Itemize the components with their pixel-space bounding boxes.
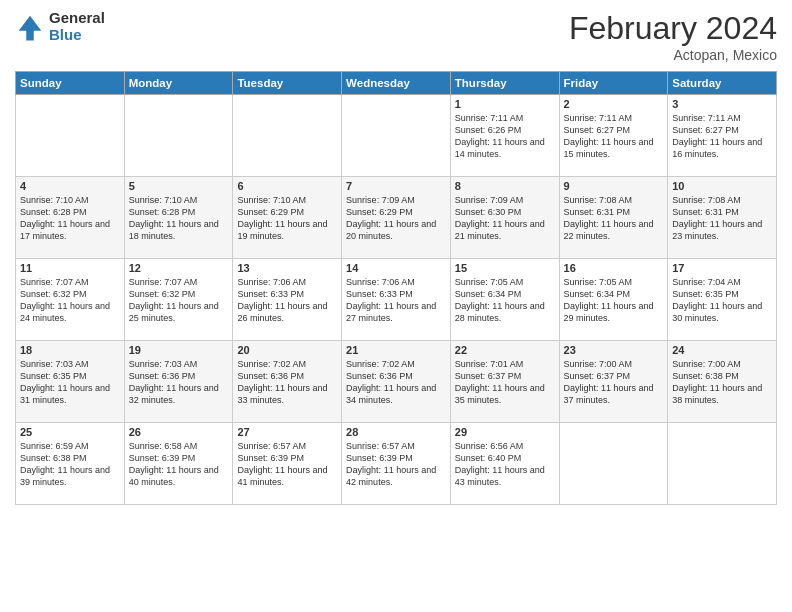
day-cell-27: 27Sunrise: 6:57 AM Sunset: 6:39 PM Dayli… xyxy=(233,423,342,505)
header: General Blue February 2024 Actopan, Mexi… xyxy=(15,10,777,63)
day-info: Sunrise: 7:00 AM Sunset: 6:37 PM Dayligh… xyxy=(564,358,664,407)
day-cell-12: 12Sunrise: 7:07 AM Sunset: 6:32 PM Dayli… xyxy=(124,259,233,341)
day-number: 12 xyxy=(129,262,229,274)
day-cell-17: 17Sunrise: 7:04 AM Sunset: 6:35 PM Dayli… xyxy=(668,259,777,341)
day-info: Sunrise: 7:08 AM Sunset: 6:31 PM Dayligh… xyxy=(672,194,772,243)
logo-icon xyxy=(15,12,45,42)
day-cell-19: 19Sunrise: 7:03 AM Sunset: 6:36 PM Dayli… xyxy=(124,341,233,423)
day-cell-18: 18Sunrise: 7:03 AM Sunset: 6:35 PM Dayli… xyxy=(16,341,125,423)
week-row-3: 11Sunrise: 7:07 AM Sunset: 6:32 PM Dayli… xyxy=(16,259,777,341)
day-info: Sunrise: 7:10 AM Sunset: 6:28 PM Dayligh… xyxy=(20,194,120,243)
empty-cell xyxy=(559,423,668,505)
day-info: Sunrise: 6:56 AM Sunset: 6:40 PM Dayligh… xyxy=(455,440,555,489)
day-info: Sunrise: 7:05 AM Sunset: 6:34 PM Dayligh… xyxy=(455,276,555,325)
calendar-subtitle: Actopan, Mexico xyxy=(569,47,777,63)
day-header-monday: Monday xyxy=(124,72,233,95)
day-cell-21: 21Sunrise: 7:02 AM Sunset: 6:36 PM Dayli… xyxy=(342,341,451,423)
day-number: 6 xyxy=(237,180,337,192)
day-number: 13 xyxy=(237,262,337,274)
day-info: Sunrise: 7:08 AM Sunset: 6:31 PM Dayligh… xyxy=(564,194,664,243)
day-info: Sunrise: 7:03 AM Sunset: 6:36 PM Dayligh… xyxy=(129,358,229,407)
day-number: 1 xyxy=(455,98,555,110)
day-cell-9: 9Sunrise: 7:08 AM Sunset: 6:31 PM Daylig… xyxy=(559,177,668,259)
week-row-4: 18Sunrise: 7:03 AM Sunset: 6:35 PM Dayli… xyxy=(16,341,777,423)
day-number: 29 xyxy=(455,426,555,438)
day-cell-23: 23Sunrise: 7:00 AM Sunset: 6:37 PM Dayli… xyxy=(559,341,668,423)
day-number: 20 xyxy=(237,344,337,356)
day-cell-26: 26Sunrise: 6:58 AM Sunset: 6:39 PM Dayli… xyxy=(124,423,233,505)
day-number: 11 xyxy=(20,262,120,274)
day-cell-4: 4Sunrise: 7:10 AM Sunset: 6:28 PM Daylig… xyxy=(16,177,125,259)
day-number: 4 xyxy=(20,180,120,192)
day-info: Sunrise: 7:04 AM Sunset: 6:35 PM Dayligh… xyxy=(672,276,772,325)
day-number: 26 xyxy=(129,426,229,438)
day-cell-29: 29Sunrise: 6:56 AM Sunset: 6:40 PM Dayli… xyxy=(450,423,559,505)
week-row-1: 1Sunrise: 7:11 AM Sunset: 6:26 PM Daylig… xyxy=(16,95,777,177)
day-info: Sunrise: 7:03 AM Sunset: 6:35 PM Dayligh… xyxy=(20,358,120,407)
calendar-table: SundayMondayTuesdayWednesdayThursdayFrid… xyxy=(15,71,777,505)
day-header-sunday: Sunday xyxy=(16,72,125,95)
day-cell-20: 20Sunrise: 7:02 AM Sunset: 6:36 PM Dayli… xyxy=(233,341,342,423)
day-number: 28 xyxy=(346,426,446,438)
day-cell-14: 14Sunrise: 7:06 AM Sunset: 6:33 PM Dayli… xyxy=(342,259,451,341)
day-cell-2: 2Sunrise: 7:11 AM Sunset: 6:27 PM Daylig… xyxy=(559,95,668,177)
day-number: 3 xyxy=(672,98,772,110)
day-info: Sunrise: 7:05 AM Sunset: 6:34 PM Dayligh… xyxy=(564,276,664,325)
logo: General Blue xyxy=(15,10,105,43)
day-cell-1: 1Sunrise: 7:11 AM Sunset: 6:26 PM Daylig… xyxy=(450,95,559,177)
empty-cell xyxy=(124,95,233,177)
day-cell-16: 16Sunrise: 7:05 AM Sunset: 6:34 PM Dayli… xyxy=(559,259,668,341)
day-header-thursday: Thursday xyxy=(450,72,559,95)
day-cell-22: 22Sunrise: 7:01 AM Sunset: 6:37 PM Dayli… xyxy=(450,341,559,423)
calendar-title: February 2024 xyxy=(569,10,777,47)
day-cell-11: 11Sunrise: 7:07 AM Sunset: 6:32 PM Dayli… xyxy=(16,259,125,341)
day-header-tuesday: Tuesday xyxy=(233,72,342,95)
svg-marker-0 xyxy=(19,15,42,40)
page: General Blue February 2024 Actopan, Mexi… xyxy=(0,0,792,612)
day-info: Sunrise: 7:06 AM Sunset: 6:33 PM Dayligh… xyxy=(237,276,337,325)
day-cell-7: 7Sunrise: 7:09 AM Sunset: 6:29 PM Daylig… xyxy=(342,177,451,259)
day-info: Sunrise: 7:10 AM Sunset: 6:28 PM Dayligh… xyxy=(129,194,229,243)
day-info: Sunrise: 6:59 AM Sunset: 6:38 PM Dayligh… xyxy=(20,440,120,489)
day-number: 17 xyxy=(672,262,772,274)
day-cell-25: 25Sunrise: 6:59 AM Sunset: 6:38 PM Dayli… xyxy=(16,423,125,505)
day-info: Sunrise: 7:01 AM Sunset: 6:37 PM Dayligh… xyxy=(455,358,555,407)
day-info: Sunrise: 7:07 AM Sunset: 6:32 PM Dayligh… xyxy=(129,276,229,325)
day-cell-28: 28Sunrise: 6:57 AM Sunset: 6:39 PM Dayli… xyxy=(342,423,451,505)
empty-cell xyxy=(16,95,125,177)
day-number: 16 xyxy=(564,262,664,274)
day-info: Sunrise: 6:57 AM Sunset: 6:39 PM Dayligh… xyxy=(237,440,337,489)
day-header-wednesday: Wednesday xyxy=(342,72,451,95)
day-info: Sunrise: 7:11 AM Sunset: 6:27 PM Dayligh… xyxy=(672,112,772,161)
day-number: 5 xyxy=(129,180,229,192)
empty-cell xyxy=(233,95,342,177)
day-number: 18 xyxy=(20,344,120,356)
logo-general: General xyxy=(49,10,105,27)
day-cell-13: 13Sunrise: 7:06 AM Sunset: 6:33 PM Dayli… xyxy=(233,259,342,341)
day-number: 19 xyxy=(129,344,229,356)
day-info: Sunrise: 7:07 AM Sunset: 6:32 PM Dayligh… xyxy=(20,276,120,325)
calendar-header-row: SundayMondayTuesdayWednesdayThursdayFrid… xyxy=(16,72,777,95)
day-cell-10: 10Sunrise: 7:08 AM Sunset: 6:31 PM Dayli… xyxy=(668,177,777,259)
day-info: Sunrise: 7:00 AM Sunset: 6:38 PM Dayligh… xyxy=(672,358,772,407)
day-info: Sunrise: 7:11 AM Sunset: 6:26 PM Dayligh… xyxy=(455,112,555,161)
day-number: 23 xyxy=(564,344,664,356)
day-cell-8: 8Sunrise: 7:09 AM Sunset: 6:30 PM Daylig… xyxy=(450,177,559,259)
day-number: 8 xyxy=(455,180,555,192)
day-info: Sunrise: 7:10 AM Sunset: 6:29 PM Dayligh… xyxy=(237,194,337,243)
logo-blue: Blue xyxy=(49,27,105,44)
day-info: Sunrise: 7:09 AM Sunset: 6:29 PM Dayligh… xyxy=(346,194,446,243)
day-number: 15 xyxy=(455,262,555,274)
day-header-saturday: Saturday xyxy=(668,72,777,95)
day-header-friday: Friday xyxy=(559,72,668,95)
title-block: February 2024 Actopan, Mexico xyxy=(569,10,777,63)
day-cell-24: 24Sunrise: 7:00 AM Sunset: 6:38 PM Dayli… xyxy=(668,341,777,423)
week-row-5: 25Sunrise: 6:59 AM Sunset: 6:38 PM Dayli… xyxy=(16,423,777,505)
day-info: Sunrise: 6:58 AM Sunset: 6:39 PM Dayligh… xyxy=(129,440,229,489)
day-info: Sunrise: 7:11 AM Sunset: 6:27 PM Dayligh… xyxy=(564,112,664,161)
day-info: Sunrise: 7:02 AM Sunset: 6:36 PM Dayligh… xyxy=(237,358,337,407)
day-number: 9 xyxy=(564,180,664,192)
day-info: Sunrise: 7:09 AM Sunset: 6:30 PM Dayligh… xyxy=(455,194,555,243)
day-number: 21 xyxy=(346,344,446,356)
day-number: 2 xyxy=(564,98,664,110)
